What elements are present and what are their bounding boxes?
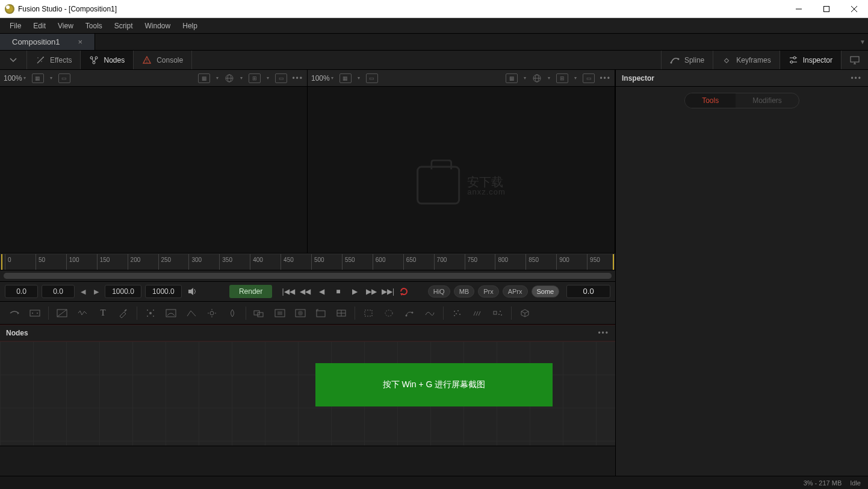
nodes-options-icon[interactable]: ••• <box>598 329 609 337</box>
huecurves-tool-icon[interactable] <box>182 305 201 322</box>
view-layout1-icon[interactable]: ▦ <box>32 73 44 83</box>
duration-field[interactable]: 1000.0 <box>145 285 182 298</box>
viewer2-canvas[interactable]: 安下载 anxz.com <box>308 87 615 253</box>
in-point-field[interactable]: 0.0 <box>5 285 38 298</box>
inspector-options-icon[interactable]: ••• <box>851 74 862 83</box>
channelbool-tool-icon[interactable] <box>270 305 290 322</box>
mb-button[interactable]: MB <box>454 285 475 297</box>
merge-tool-icon[interactable] <box>250 305 269 322</box>
menu-edit[interactable]: Edit <box>27 19 52 33</box>
menu-view[interactable]: View <box>52 19 79 33</box>
mattecontrol-tool-icon[interactable] <box>291 305 310 322</box>
3d-tool-icon[interactable] <box>515 305 535 322</box>
loader-tool-icon[interactable] <box>5 305 24 322</box>
viewer2-options-icon[interactable]: ••• <box>600 74 611 83</box>
menu-file[interactable]: File <box>4 19 27 33</box>
view-single1-icon[interactable]: ▭ <box>58 73 70 83</box>
tab-modifiers[interactable]: Modifiers <box>736 93 799 108</box>
fastnoise-tool-icon[interactable] <box>73 305 92 322</box>
bspline-mask-icon[interactable] <box>420 305 439 322</box>
zoom1-label[interactable]: 100%▾ <box>4 74 27 83</box>
goto-start-icon[interactable]: |◀◀ <box>282 285 295 298</box>
hiq-button[interactable]: HiQ <box>428 285 450 297</box>
zoom2-label[interactable]: 100%▾ <box>311 74 335 83</box>
tabbar-menu-icon[interactable]: ▼ <box>860 39 866 45</box>
viewer1-options-icon[interactable]: ••• <box>292 74 303 83</box>
menu-tools[interactable]: Tools <box>79 19 108 33</box>
background-tool-icon[interactable] <box>52 305 72 322</box>
menu-script[interactable]: Script <box>108 19 139 33</box>
out-marker[interactable] <box>613 254 614 270</box>
render-button[interactable]: Render <box>229 285 272 298</box>
tab-composition[interactable]: Composition1 × <box>0 34 95 50</box>
svg-point-10 <box>93 61 95 64</box>
viewer-2: 100%▾ ▦▾ ▭ ▩▾ ▾ ⊞▾ ▭ ••• 安下载 anxz.com <box>308 70 615 253</box>
stop-icon[interactable]: ■ <box>332 285 345 298</box>
blur-tool-icon[interactable] <box>223 305 242 322</box>
text-tool-icon[interactable]: T <box>93 305 113 322</box>
resize-tool-icon[interactable] <box>311 305 330 322</box>
prx-button[interactable]: Prx <box>478 285 499 297</box>
in-marker[interactable] <box>1 254 2 270</box>
play-reverse-icon[interactable]: ◀ <box>315 285 328 298</box>
particles2-tool-icon[interactable] <box>468 305 487 322</box>
scroll-thumb[interactable] <box>4 273 612 279</box>
inspector-toggle[interactable]: Inspector <box>780 51 841 69</box>
time-display[interactable]: 0.0 <box>566 285 610 298</box>
tracker-tool-icon[interactable] <box>141 305 160 322</box>
loop-icon[interactable] <box>398 285 411 298</box>
svg-rect-18 <box>725 58 729 63</box>
checker2-icon[interactable]: ▩ <box>506 73 518 83</box>
grid2-icon[interactable]: ⊞ <box>556 73 568 83</box>
polygon-mask-icon[interactable] <box>400 305 419 322</box>
globe2-icon[interactable] <box>532 73 542 83</box>
view-layout2-icon[interactable]: ▦ <box>339 73 352 83</box>
tab-tools[interactable]: Tools <box>685 93 736 108</box>
out-point-field[interactable]: 1000.0 <box>105 285 141 298</box>
close-button[interactable] <box>840 0 868 18</box>
timeline-scrollbar[interactable] <box>0 270 615 281</box>
view-single2-icon[interactable]: ▭ <box>366 73 378 83</box>
effects-toggle[interactable]: Effects <box>27 51 81 69</box>
some-button[interactable]: Some <box>532 285 560 297</box>
tool-row: T <box>0 302 615 325</box>
minimize-button[interactable] <box>785 0 813 18</box>
keyframes-toggle[interactable]: Keyframes <box>713 51 779 69</box>
current-frame-field[interactable]: 0.0 <box>42 285 75 298</box>
console-toggle[interactable]: Console <box>134 51 192 69</box>
nodes-toggle[interactable]: Nodes <box>81 51 134 69</box>
brightness-tool-icon[interactable] <box>202 305 222 322</box>
menu-window[interactable]: Window <box>139 19 177 33</box>
spline-toggle[interactable]: Spline <box>661 51 713 69</box>
globe1-icon[interactable] <box>225 73 234 83</box>
play-icon[interactable]: ▶ <box>349 285 362 298</box>
viewer1-canvas[interactable] <box>0 87 307 253</box>
metadata-toggle[interactable] <box>841 51 868 69</box>
colorcorrect-tool-icon[interactable] <box>161 305 181 322</box>
rectangle-mask-icon[interactable] <box>359 305 378 322</box>
paint-tool-icon[interactable] <box>114 305 133 322</box>
goto-end-icon[interactable]: ▶▶| <box>382 285 395 298</box>
prev-key-icon[interactable]: ◀ <box>78 288 88 296</box>
particles3-tool-icon[interactable] <box>488 305 507 322</box>
frame1-icon[interactable]: ▭ <box>275 73 287 83</box>
frame2-icon[interactable]: ▭ <box>583 73 595 83</box>
svg-point-17 <box>677 58 679 60</box>
aprx-button[interactable]: APrx <box>503 285 528 297</box>
audio-icon[interactable] <box>185 285 199 298</box>
panel-toggle-button[interactable] <box>0 51 27 69</box>
particles1-tool-icon[interactable] <box>447 305 467 322</box>
transform-tool-icon[interactable] <box>332 305 351 322</box>
nodes-canvas[interactable]: 按下 Win + G 进行屏幕截图 <box>0 341 615 446</box>
menu-help[interactable]: Help <box>176 19 203 33</box>
step-back-icon[interactable]: ◀◀ <box>299 285 312 298</box>
maximize-button[interactable] <box>813 0 840 18</box>
checker1-icon[interactable]: ▩ <box>198 73 210 83</box>
timeline-ruler[interactable]: 0501001502002503003504004505005506006507… <box>0 254 615 270</box>
saver-tool-icon[interactable] <box>25 305 45 322</box>
next-key-icon[interactable]: ▶ <box>91 288 101 296</box>
ellipse-mask-icon[interactable] <box>379 305 398 322</box>
tab-close-icon[interactable]: × <box>78 37 83 46</box>
step-forward-icon[interactable]: ▶▶ <box>365 285 378 298</box>
grid1-icon[interactable]: ⊞ <box>249 73 261 83</box>
